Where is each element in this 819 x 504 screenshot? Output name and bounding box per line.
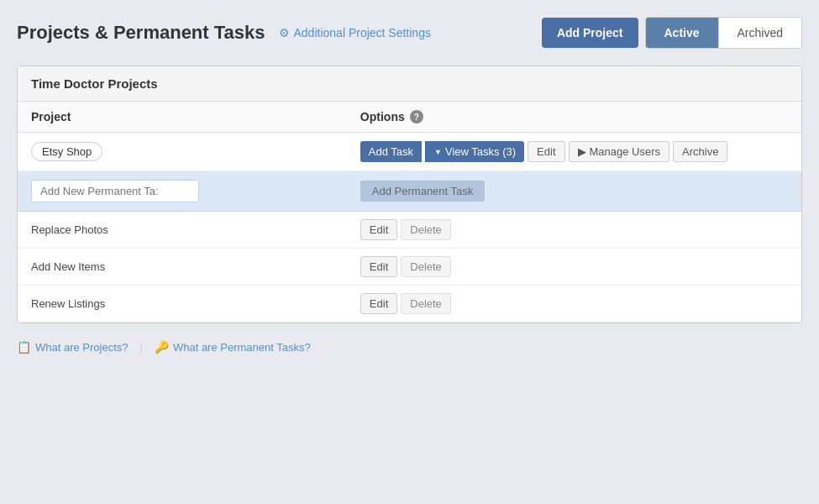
- active-toggle-button[interactable]: Active: [646, 18, 719, 48]
- add-task-input-cell: [18, 171, 347, 212]
- footer-divider: |: [140, 341, 143, 354]
- project-row: Etsy Shop Add Task ▼ View Tasks (3) Edit…: [18, 133, 801, 171]
- manage-users-button[interactable]: ▶ Manage Users: [569, 141, 670, 162]
- task-name-cell: Replace Photos: [18, 212, 347, 249]
- options-label: Options: [360, 110, 405, 123]
- archive-button[interactable]: Archive: [673, 141, 727, 162]
- delete-task-button[interactable]: Delete: [401, 293, 451, 314]
- add-task-button[interactable]: Add Task: [360, 141, 422, 162]
- col-project-header: Project: [18, 102, 347, 133]
- project-options: Add Task ▼ View Tasks (3) Edit ▶ Manage …: [360, 141, 788, 162]
- settings-link-label: Additional Project Settings: [294, 26, 431, 39]
- key-icon: 🔑: [155, 340, 169, 354]
- task-row: Renew Listings Edit Delete: [18, 286, 801, 323]
- task-row: Replace Photos Edit Delete: [18, 212, 801, 249]
- page-title: Projects & Permanent Tasks: [17, 22, 265, 44]
- page-header: Projects & Permanent Tasks ⚙ Additional …: [17, 17, 802, 49]
- help-icon[interactable]: ?: [410, 110, 423, 123]
- delete-task-button[interactable]: Delete: [401, 219, 451, 240]
- what-are-permanent-tasks-link[interactable]: 🔑 What are Permanent Tasks?: [155, 337, 311, 357]
- edit-task-button[interactable]: Edit: [360, 219, 397, 240]
- add-permanent-task-input[interactable]: [31, 180, 199, 202]
- card-header: Time Doctor Projects: [18, 66, 801, 102]
- task-options: Edit Delete: [360, 256, 788, 277]
- what-are-projects-label: What are Projects?: [35, 341, 129, 354]
- settings-link[interactable]: ⚙ Additional Project Settings: [279, 26, 431, 39]
- view-tasks-button[interactable]: ▼ View Tasks (3): [425, 141, 524, 162]
- play-icon: ▶: [578, 145, 586, 158]
- gear-icon: ⚙: [279, 26, 290, 39]
- add-permanent-task-button[interactable]: Add Permanent Task: [360, 181, 485, 202]
- edit-project-button[interactable]: Edit: [528, 141, 564, 162]
- what-are-projects-link[interactable]: 📋 What are Projects?: [17, 337, 129, 357]
- task-options-cell: Edit Delete: [347, 212, 801, 249]
- edit-task-button[interactable]: Edit: [360, 256, 397, 277]
- project-name-cell: Etsy Shop: [18, 133, 347, 171]
- task-name-cell: Renew Listings: [18, 286, 347, 323]
- header-right: Add Project Active Archived: [542, 17, 802, 49]
- projects-icon: 📋: [17, 340, 31, 354]
- page-wrapper: Projects & Permanent Tasks ⚙ Additional …: [17, 17, 802, 357]
- what-are-permanent-tasks-label: What are Permanent Tasks?: [173, 341, 311, 354]
- task-name-cell: Add New Items: [18, 249, 347, 286]
- project-tag: Etsy Shop: [31, 142, 102, 161]
- task-options: Edit Delete: [360, 219, 788, 240]
- archived-toggle-button[interactable]: Archived: [719, 18, 801, 48]
- task-options-cell: Edit Delete: [347, 249, 801, 286]
- add-task-btn-cell: Add Permanent Task: [347, 171, 801, 212]
- add-project-button[interactable]: Add Project: [542, 18, 638, 48]
- footer-links: 📋 What are Projects? | 🔑 What are Perman…: [17, 337, 802, 357]
- view-tasks-label: View Tasks (3): [445, 145, 516, 158]
- main-card: Time Doctor Projects Project Options ?: [17, 66, 802, 323]
- add-permanent-task-row: Add Permanent Task: [18, 171, 801, 212]
- delete-task-button[interactable]: Delete: [401, 256, 451, 277]
- project-options-cell: Add Task ▼ View Tasks (3) Edit ▶ Manage …: [347, 133, 801, 171]
- task-row: Add New Items Edit Delete: [18, 249, 801, 286]
- col-options-header: Options ?: [347, 102, 801, 133]
- task-options-cell: Edit Delete: [347, 286, 801, 323]
- project-table: Project Options ? Etsy Shop: [18, 102, 801, 323]
- manage-users-label: Manage Users: [590, 145, 661, 158]
- dropdown-arrow-icon: ▼: [434, 148, 442, 156]
- toggle-group: Active Archived: [645, 17, 803, 49]
- task-options: Edit Delete: [360, 293, 788, 314]
- edit-task-button[interactable]: Edit: [360, 293, 397, 314]
- table-header-row: Project Options ?: [18, 102, 801, 133]
